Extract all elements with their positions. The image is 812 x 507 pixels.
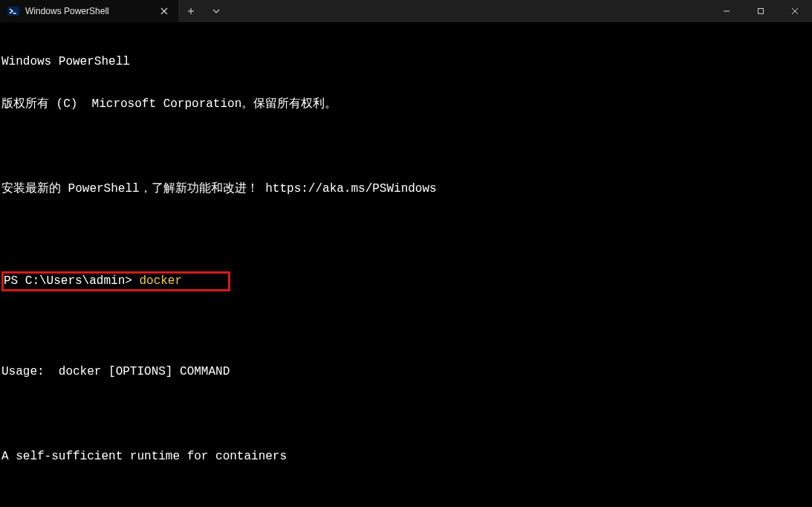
blank-line xyxy=(1,492,811,506)
terminal-output[interactable]: Windows PowerShell 版权所有 (C) Microsoft Co… xyxy=(0,22,812,507)
powershell-icon xyxy=(7,5,19,17)
typed-command: docker xyxy=(139,274,182,288)
titlebar-drag-area[interactable] xyxy=(229,0,709,22)
tab-dropdown-button[interactable] xyxy=(204,0,229,22)
output-line: Usage: docker [OPTIONS] COMMAND xyxy=(1,365,811,379)
titlebar: Windows PowerShell xyxy=(0,0,812,22)
output-line: Windows PowerShell xyxy=(1,55,811,69)
output-line: 版权所有 (C) Microsoft Corporation。保留所有权利。 xyxy=(1,97,811,112)
command-highlight-box: PS C:\Users\admin> docker xyxy=(1,267,811,294)
blank-line xyxy=(1,323,811,337)
close-window-button[interactable] xyxy=(778,0,812,22)
tab-close-button[interactable] xyxy=(157,4,171,18)
blank-line xyxy=(1,140,811,154)
maximize-button[interactable] xyxy=(744,0,778,22)
output-line: 安装最新的 PowerShell，了解新功能和改进！ https://aka.m… xyxy=(1,182,811,196)
svg-rect-7 xyxy=(759,9,764,14)
new-tab-button[interactable] xyxy=(178,0,204,22)
tab-title: Windows PowerShell xyxy=(25,6,152,16)
blank-line xyxy=(1,407,811,422)
minimize-button[interactable] xyxy=(709,0,744,22)
prompt: PS C:\Users\admin> xyxy=(4,274,139,288)
output-line: A self-sufficient runtime for containers xyxy=(1,450,811,464)
blank-line xyxy=(1,225,811,239)
tab-powershell[interactable]: Windows PowerShell xyxy=(0,0,178,22)
